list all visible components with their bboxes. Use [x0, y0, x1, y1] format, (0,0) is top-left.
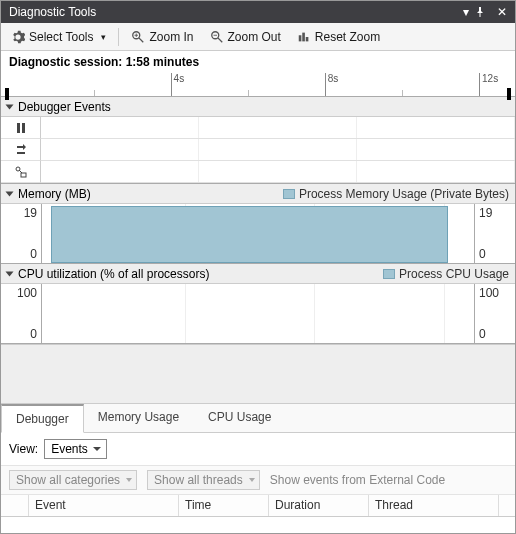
ruler-minor — [402, 90, 403, 96]
filter-categories[interactable]: Show all categories — [9, 470, 137, 490]
ruler-minor — [94, 90, 95, 96]
close-icon[interactable]: ✕ — [493, 5, 511, 19]
ruler-end-marker[interactable] — [507, 88, 511, 100]
filter-row: Show all categories Show all threads Sho… — [1, 465, 515, 495]
detail-tabs: Debugger Memory Usage CPU Usage — [1, 403, 515, 433]
view-select[interactable]: Events — [44, 439, 107, 459]
reset-zoom-icon — [297, 30, 311, 44]
view-row: View: Events — [1, 433, 515, 465]
legend-swatch — [283, 189, 295, 199]
collapse-toggle-icon[interactable] — [6, 271, 14, 276]
toolbar-separator — [118, 28, 119, 46]
time-ruler[interactable]: 4s 8s 12s — [1, 73, 515, 97]
svg-rect-13 — [21, 173, 26, 177]
ruler-tick: 12s — [479, 73, 498, 96]
zoom-in-label: Zoom In — [149, 30, 193, 44]
events-grid-header: Event Time Duration Thread — [1, 495, 515, 517]
debugger-events-grid — [1, 117, 515, 184]
svg-rect-9 — [306, 37, 309, 41]
section-header-cpu: CPU utilization (% of all processors) Pr… — [1, 264, 515, 284]
section-title: Debugger Events — [18, 100, 111, 114]
col-time[interactable]: Time — [179, 495, 269, 516]
toolbar: Select Tools ▾ Zoom In Zoom Out Reset Zo… — [1, 23, 515, 51]
col-duration[interactable]: Duration — [269, 495, 369, 516]
ruler-minor — [248, 90, 249, 96]
pin-icon[interactable] — [475, 7, 493, 17]
zoom-in-button[interactable]: Zoom In — [127, 28, 197, 46]
reset-zoom-label: Reset Zoom — [315, 30, 380, 44]
session-label: Diagnostic session: 1:58 minutes — [1, 51, 515, 73]
pause-icon[interactable] — [1, 117, 41, 139]
select-tools-button[interactable]: Select Tools ▾ — [7, 28, 110, 46]
cpu-plot[interactable] — [41, 284, 475, 343]
col-thread[interactable]: Thread — [369, 495, 499, 516]
svg-rect-11 — [22, 123, 25, 133]
cpu-chart: 1000 1000 — [1, 284, 515, 344]
debugger-events-lanes — [41, 117, 515, 183]
view-label: View: — [9, 442, 38, 456]
memory-chart: 190 190 — [1, 204, 515, 264]
filter-threads[interactable]: Show all threads — [147, 470, 260, 490]
tab-memory-usage[interactable]: Memory Usage — [84, 404, 194, 432]
svg-rect-8 — [302, 32, 305, 41]
window-title: Diagnostic Tools — [9, 5, 457, 19]
collapse-toggle-icon[interactable] — [6, 191, 14, 196]
chart-empty-area — [1, 344, 515, 403]
intellitrace-icon[interactable] — [1, 161, 41, 183]
step-out-icon[interactable] — [1, 139, 41, 161]
select-tools-label: Select Tools — [29, 30, 93, 44]
legend-memory: Process Memory Usage (Private Bytes) — [283, 187, 509, 201]
reset-zoom-button[interactable]: Reset Zoom — [293, 28, 384, 46]
svg-line-5 — [217, 37, 221, 41]
tab-debugger[interactable]: Debugger — [1, 404, 84, 433]
memory-plot[interactable] — [41, 204, 475, 263]
col-event[interactable]: Event — [29, 495, 179, 516]
zoom-out-icon — [210, 30, 224, 44]
collapse-toggle-icon[interactable] — [6, 104, 14, 109]
section-title: Memory (MB) — [18, 187, 91, 201]
memory-area — [51, 206, 448, 263]
chevron-down-icon: ▾ — [97, 32, 106, 42]
svg-rect-7 — [299, 35, 302, 41]
section-header-debugger-events: Debugger Events — [1, 97, 515, 117]
tab-cpu-usage[interactable]: CPU Usage — [194, 404, 286, 432]
memory-axis-right: 190 — [475, 204, 515, 263]
svg-line-1 — [139, 37, 143, 41]
svg-rect-10 — [17, 123, 20, 133]
ruler-tick: 8s — [325, 73, 339, 96]
col-expand[interactable] — [1, 495, 29, 516]
col-overflow[interactable] — [499, 495, 515, 516]
legend-cpu: Process CPU Usage — [383, 267, 509, 281]
cpu-axis-right: 1000 — [475, 284, 515, 343]
zoom-in-icon — [131, 30, 145, 44]
gear-icon — [11, 30, 25, 44]
memory-axis-left: 190 — [1, 204, 41, 263]
section-header-memory: Memory (MB) Process Memory Usage (Privat… — [1, 184, 515, 204]
filter-external-code-hint[interactable]: Show events from External Code — [270, 473, 445, 487]
section-title: CPU utilization (% of all processors) — [18, 267, 209, 281]
window-menu-icon[interactable]: ▾ — [457, 5, 475, 19]
zoom-out-label: Zoom Out — [228, 30, 281, 44]
events-grid-body — [1, 517, 515, 533]
titlebar: Diagnostic Tools ▾ ✕ — [1, 1, 515, 23]
legend-swatch — [383, 269, 395, 279]
ruler-start-marker[interactable] — [5, 88, 9, 100]
zoom-out-button[interactable]: Zoom Out — [206, 28, 285, 46]
ruler-tick: 4s — [171, 73, 185, 96]
cpu-axis-left: 1000 — [1, 284, 41, 343]
